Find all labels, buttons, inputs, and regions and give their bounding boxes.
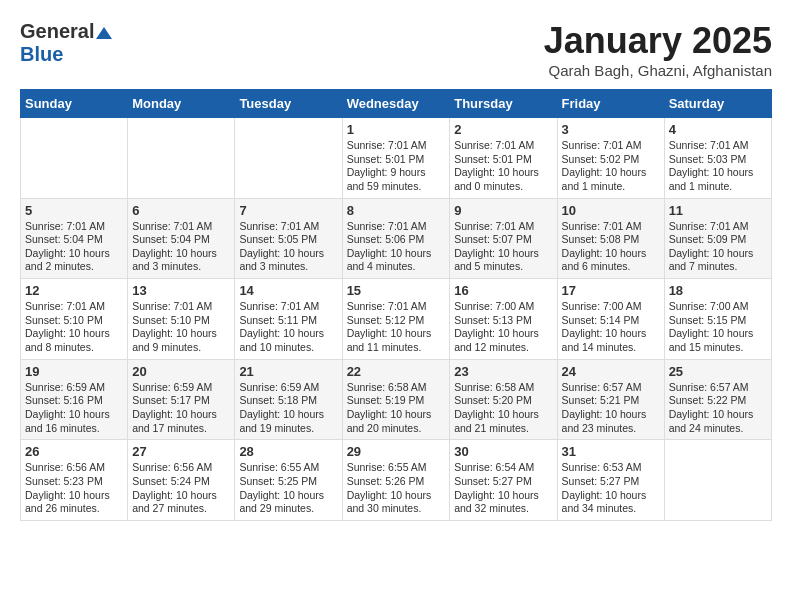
- day-info-line: Daylight: 10 hours and 1 minute.: [562, 166, 660, 193]
- day-info-line: Sunrise: 7:01 AM: [562, 220, 660, 234]
- day-number: 15: [347, 283, 446, 298]
- day-info-line: Daylight: 10 hours and 0 minutes.: [454, 166, 552, 193]
- day-info-line: Daylight: 10 hours and 3 minutes.: [132, 247, 230, 274]
- day-number: 16: [454, 283, 552, 298]
- calendar-day-cell: 25Sunrise: 6:57 AMSunset: 5:22 PMDayligh…: [664, 359, 771, 440]
- day-number: 2: [454, 122, 552, 137]
- calendar-day-cell: [21, 118, 128, 199]
- day-info-line: Daylight: 10 hours and 23 minutes.: [562, 408, 660, 435]
- day-info-line: Daylight: 10 hours and 32 minutes.: [454, 489, 552, 516]
- day-number: 31: [562, 444, 660, 459]
- weekday-header-cell: Tuesday: [235, 90, 342, 118]
- day-info-line: Sunset: 5:12 PM: [347, 314, 446, 328]
- day-info-line: Sunset: 5:02 PM: [562, 153, 660, 167]
- day-info-line: Daylight: 10 hours and 19 minutes.: [239, 408, 337, 435]
- day-number: 5: [25, 203, 123, 218]
- day-info-line: Daylight: 10 hours and 12 minutes.: [454, 327, 552, 354]
- calendar-week-row: 12Sunrise: 7:01 AMSunset: 5:10 PMDayligh…: [21, 279, 772, 360]
- day-info-line: Sunset: 5:03 PM: [669, 153, 767, 167]
- location: Qarah Bagh, Ghazni, Afghanistan: [544, 62, 772, 79]
- day-number: 26: [25, 444, 123, 459]
- calendar-day-cell: 3Sunrise: 7:01 AMSunset: 5:02 PMDaylight…: [557, 118, 664, 199]
- calendar-day-cell: 2Sunrise: 7:01 AMSunset: 5:01 PMDaylight…: [450, 118, 557, 199]
- calendar-day-cell: 10Sunrise: 7:01 AMSunset: 5:08 PMDayligh…: [557, 198, 664, 279]
- day-info-line: Sunset: 5:26 PM: [347, 475, 446, 489]
- weekday-header-cell: Thursday: [450, 90, 557, 118]
- calendar-day-cell: 26Sunrise: 6:56 AMSunset: 5:23 PMDayligh…: [21, 440, 128, 521]
- day-info-line: Sunrise: 7:00 AM: [454, 300, 552, 314]
- day-info-line: Daylight: 10 hours and 2 minutes.: [25, 247, 123, 274]
- calendar-week-row: 26Sunrise: 6:56 AMSunset: 5:23 PMDayligh…: [21, 440, 772, 521]
- day-info-line: Daylight: 10 hours and 8 minutes.: [25, 327, 123, 354]
- day-info-line: Sunrise: 7:01 AM: [562, 139, 660, 153]
- day-info-line: Daylight: 10 hours and 34 minutes.: [562, 489, 660, 516]
- day-info-line: Daylight: 10 hours and 15 minutes.: [669, 327, 767, 354]
- logo-icon: [96, 25, 112, 41]
- day-info-line: Sunset: 5:22 PM: [669, 394, 767, 408]
- day-number: 21: [239, 364, 337, 379]
- day-number: 20: [132, 364, 230, 379]
- day-number: 9: [454, 203, 552, 218]
- day-info-line: Sunrise: 7:01 AM: [669, 139, 767, 153]
- day-info-line: Daylight: 10 hours and 17 minutes.: [132, 408, 230, 435]
- day-info-line: Sunset: 5:04 PM: [132, 233, 230, 247]
- day-info-line: Sunset: 5:14 PM: [562, 314, 660, 328]
- calendar-day-cell: 6Sunrise: 7:01 AMSunset: 5:04 PMDaylight…: [128, 198, 235, 279]
- calendar-day-cell: 9Sunrise: 7:01 AMSunset: 5:07 PMDaylight…: [450, 198, 557, 279]
- day-info-line: Sunset: 5:04 PM: [25, 233, 123, 247]
- day-info-line: Sunrise: 6:57 AM: [562, 381, 660, 395]
- month-title: January 2025: [544, 20, 772, 62]
- weekday-header-cell: Monday: [128, 90, 235, 118]
- day-info-line: Sunset: 5:16 PM: [25, 394, 123, 408]
- calendar-day-cell: 14Sunrise: 7:01 AMSunset: 5:11 PMDayligh…: [235, 279, 342, 360]
- day-info-line: Daylight: 10 hours and 9 minutes.: [132, 327, 230, 354]
- day-info-line: Sunrise: 7:01 AM: [454, 139, 552, 153]
- day-info-line: Daylight: 10 hours and 27 minutes.: [132, 489, 230, 516]
- day-info-line: Sunset: 5:15 PM: [669, 314, 767, 328]
- day-info-line: Sunrise: 7:01 AM: [347, 139, 446, 153]
- day-info-line: Sunrise: 6:55 AM: [239, 461, 337, 475]
- day-info-line: Daylight: 9 hours and 59 minutes.: [347, 166, 446, 193]
- day-number: 14: [239, 283, 337, 298]
- day-info-line: Sunrise: 7:01 AM: [239, 300, 337, 314]
- day-info-line: Sunrise: 6:53 AM: [562, 461, 660, 475]
- day-number: 22: [347, 364, 446, 379]
- day-info-line: Daylight: 10 hours and 29 minutes.: [239, 489, 337, 516]
- calendar-day-cell: 19Sunrise: 6:59 AMSunset: 5:16 PMDayligh…: [21, 359, 128, 440]
- day-info-line: Daylight: 10 hours and 7 minutes.: [669, 247, 767, 274]
- day-number: 10: [562, 203, 660, 218]
- calendar-day-cell: 20Sunrise: 6:59 AMSunset: 5:17 PMDayligh…: [128, 359, 235, 440]
- day-info-line: Sunset: 5:24 PM: [132, 475, 230, 489]
- day-info-line: Daylight: 10 hours and 10 minutes.: [239, 327, 337, 354]
- day-info-line: Sunrise: 6:56 AM: [25, 461, 123, 475]
- calendar-day-cell: 28Sunrise: 6:55 AMSunset: 5:25 PMDayligh…: [235, 440, 342, 521]
- day-info-line: Sunrise: 7:01 AM: [454, 220, 552, 234]
- day-number: 30: [454, 444, 552, 459]
- day-number: 11: [669, 203, 767, 218]
- day-number: 17: [562, 283, 660, 298]
- day-info-line: Sunset: 5:21 PM: [562, 394, 660, 408]
- day-info-line: Sunrise: 6:59 AM: [25, 381, 123, 395]
- day-info-line: Daylight: 10 hours and 5 minutes.: [454, 247, 552, 274]
- calendar-day-cell: 27Sunrise: 6:56 AMSunset: 5:24 PMDayligh…: [128, 440, 235, 521]
- day-info-line: Sunrise: 7:01 AM: [25, 300, 123, 314]
- calendar-day-cell: 17Sunrise: 7:00 AMSunset: 5:14 PMDayligh…: [557, 279, 664, 360]
- day-number: 29: [347, 444, 446, 459]
- calendar-day-cell: 16Sunrise: 7:00 AMSunset: 5:13 PMDayligh…: [450, 279, 557, 360]
- day-number: 18: [669, 283, 767, 298]
- logo-general-text: General: [20, 20, 94, 43]
- logo: General Blue: [20, 20, 112, 66]
- calendar-day-cell: 21Sunrise: 6:59 AMSunset: 5:18 PMDayligh…: [235, 359, 342, 440]
- day-info-line: Sunrise: 7:00 AM: [562, 300, 660, 314]
- day-info-line: Sunrise: 7:00 AM: [669, 300, 767, 314]
- day-info-line: Daylight: 10 hours and 20 minutes.: [347, 408, 446, 435]
- calendar-day-cell: [235, 118, 342, 199]
- day-info-line: Sunrise: 7:01 AM: [132, 300, 230, 314]
- day-info-line: Sunrise: 6:54 AM: [454, 461, 552, 475]
- day-info-line: Sunset: 5:23 PM: [25, 475, 123, 489]
- calendar-day-cell: 11Sunrise: 7:01 AMSunset: 5:09 PMDayligh…: [664, 198, 771, 279]
- day-number: 1: [347, 122, 446, 137]
- day-info-line: Sunrise: 6:58 AM: [454, 381, 552, 395]
- day-info-line: Daylight: 10 hours and 16 minutes.: [25, 408, 123, 435]
- calendar-week-row: 19Sunrise: 6:59 AMSunset: 5:16 PMDayligh…: [21, 359, 772, 440]
